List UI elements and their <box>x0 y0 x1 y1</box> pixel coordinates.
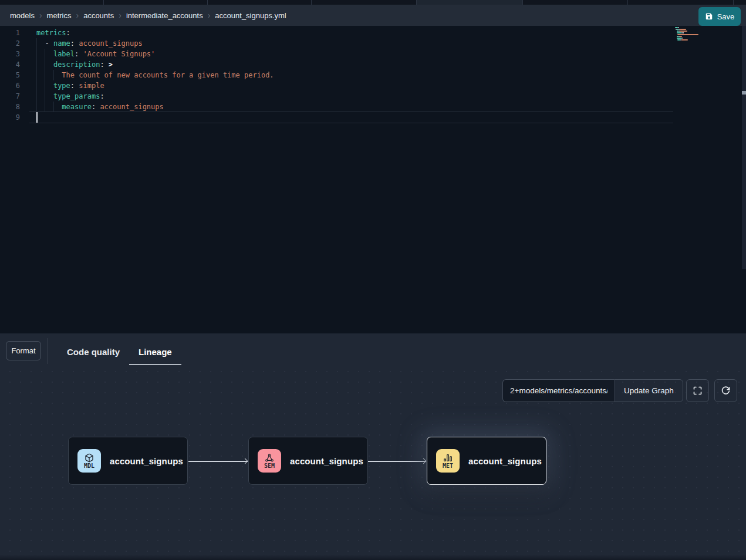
minimap[interactable] <box>675 27 711 43</box>
indent-guide <box>53 102 54 112</box>
code-token: - <box>36 39 53 48</box>
clipped-file-tab[interactable] <box>208 0 312 5</box>
minimap-line <box>675 29 711 30</box>
code-token: account_signups <box>100 103 163 111</box>
code-token: label <box>53 50 75 58</box>
save-icon <box>705 12 713 21</box>
breadcrumb: models›metrics›accounts›intermediate_acc… <box>10 11 286 20</box>
metric-bars-icon <box>443 453 453 463</box>
breadcrumb-bar: models›metrics›accounts›intermediate_acc… <box>0 5 746 26</box>
save-button-label: Save <box>717 12 735 21</box>
panel-tabs: Code qualityLineage <box>58 339 181 365</box>
lineage-canvas[interactable]: Update Graph MDLaccount_signupsSEMaccoun… <box>0 369 746 560</box>
update-graph-button[interactable]: Update Graph <box>615 379 683 402</box>
code-token: metrics <box>36 29 66 37</box>
minimap-line <box>675 27 711 28</box>
clipped-file-tab[interactable] <box>104 0 208 5</box>
code-token <box>36 103 62 111</box>
canvas-bottom-fade <box>0 555 746 560</box>
lineage-node-mdl[interactable]: MDLaccount_signups <box>68 437 188 485</box>
code-token: account_signups <box>79 39 142 48</box>
lineage-selector-group: Update Graph <box>502 379 683 402</box>
line-number: 6 <box>0 80 20 91</box>
code-line[interactable]: 5 The count of new accounts for a given … <box>0 70 746 80</box>
clipped-file-tab[interactable] <box>0 0 104 5</box>
node-badge-met: MET <box>436 449 460 473</box>
code-token: The count of new accounts for a given ti… <box>62 71 274 79</box>
fullscreen-icon <box>693 386 703 396</box>
node-badge-sem: SEM <box>258 449 281 473</box>
breadcrumb-item: account_signups.yml <box>215 11 286 20</box>
scrollbar-track[interactable] <box>742 26 746 269</box>
code-token: type <box>53 82 70 90</box>
line-number: 7 <box>0 91 20 102</box>
code-token: name <box>53 39 70 48</box>
lineage-edge <box>367 461 426 462</box>
refresh-icon <box>721 386 731 396</box>
minimap-line <box>675 32 711 33</box>
node-label: account_signups <box>110 456 183 466</box>
code-token: type_params <box>53 92 100 100</box>
code-line[interactable]: 3 label: 'Account Signups' <box>0 49 746 59</box>
node-label: account_signups <box>290 456 363 466</box>
code-line[interactable]: 2 - name: account_signups <box>0 38 746 49</box>
semantic-network-icon <box>265 453 274 463</box>
code-token: : <box>66 29 70 37</box>
code-editor[interactable]: 1metrics:2 - name: account_signups3 labe… <box>0 26 746 333</box>
minimap-line <box>675 41 711 42</box>
code-token: : <box>92 103 100 111</box>
code-token: : <box>100 60 108 69</box>
line-number: 2 <box>0 38 20 49</box>
format-button[interactable]: Format <box>6 341 41 360</box>
tab-code-quality[interactable]: Code quality <box>58 339 129 365</box>
code-line[interactable]: 7 type_params: <box>0 91 746 102</box>
code-token: simple <box>79 82 104 90</box>
fullscreen-button[interactable] <box>686 379 709 402</box>
breadcrumb-separator-icon: › <box>76 11 79 19</box>
code-line[interactable]: 8 measure: account_signups <box>0 102 746 112</box>
clipped-file-tab[interactable] <box>734 0 746 5</box>
code-token: > <box>109 60 113 69</box>
lineage-node-sem[interactable]: SEMaccount_signups <box>248 437 368 485</box>
lineage-node-met[interactable]: METaccount_signups <box>427 437 546 485</box>
breadcrumb-separator-icon: › <box>119 11 121 19</box>
code-content[interactable]: 1metrics:2 - name: account_signups3 labe… <box>0 28 746 123</box>
code-line[interactable]: 1metrics: <box>0 28 746 38</box>
clipped-file-tab[interactable] <box>523 0 628 5</box>
minimap-line <box>675 31 711 32</box>
breadcrumb-separator-icon: › <box>208 11 211 19</box>
node-badge-mdl: MDL <box>77 449 101 473</box>
code-line[interactable]: 4 description: > <box>0 59 746 70</box>
ide-window: models›metrics›accounts›intermediate_acc… <box>0 0 746 560</box>
breadcrumb-item: models <box>10 11 35 20</box>
text-cursor <box>36 112 38 123</box>
scrollbar-thumb[interactable] <box>742 91 746 95</box>
node-badge-label: MDL <box>84 463 94 469</box>
code-token: : <box>70 39 79 48</box>
line-number: 9 <box>0 112 20 123</box>
model-selector-input[interactable] <box>502 379 615 402</box>
line-number: 8 <box>0 102 20 112</box>
code-line[interactable]: 6 type: simple <box>0 80 746 91</box>
code-line[interactable]: 9 <box>0 112 746 123</box>
minimap-line <box>675 34 711 35</box>
save-button[interactable]: Save <box>698 7 741 26</box>
node-badge-label: MET <box>443 463 453 469</box>
line-number: 3 <box>0 49 20 59</box>
bottom-panel: Format Code qualityLineage Update Graph … <box>0 333 746 560</box>
refresh-button[interactable] <box>714 379 737 402</box>
clipped-file-tab[interactable] <box>628 0 734 5</box>
minimap-line <box>675 39 711 41</box>
code-token: : <box>100 92 104 100</box>
line-number: 5 <box>0 70 20 80</box>
clipped-file-tab[interactable] <box>417 0 523 5</box>
breadcrumb-item: intermediate_accounts <box>126 11 203 20</box>
tab-lineage[interactable]: Lineage <box>129 339 181 365</box>
indent-guide <box>45 49 45 112</box>
line-number: 1 <box>0 28 20 38</box>
clipped-file-tab[interactable] <box>312 0 417 5</box>
node-badge-label: SEM <box>264 463 275 469</box>
model-cube-icon <box>85 453 94 463</box>
file-tab-strip <box>0 0 746 5</box>
line-number: 4 <box>0 59 20 70</box>
